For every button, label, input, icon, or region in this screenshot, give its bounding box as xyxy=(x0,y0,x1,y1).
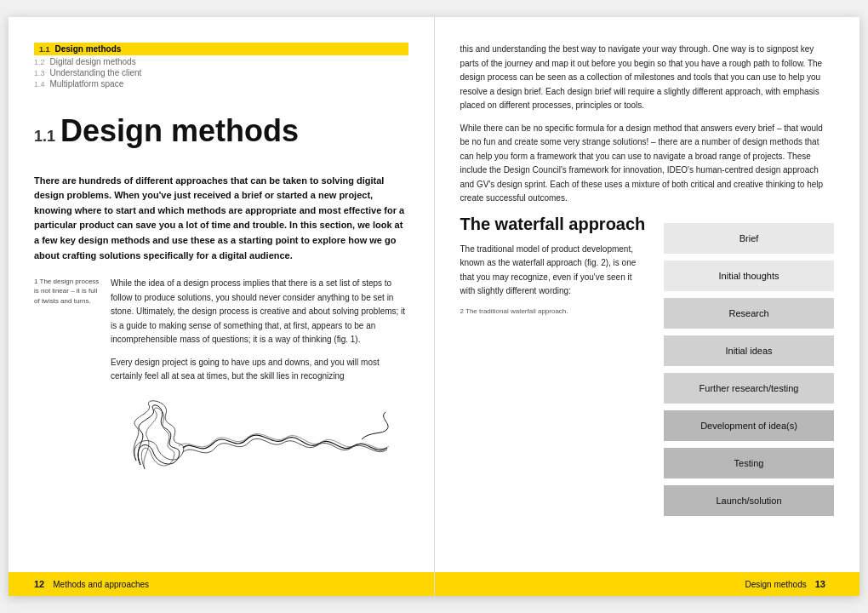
chapter-title: Design methods xyxy=(60,114,299,148)
sketch-illustration xyxy=(115,397,404,490)
toc-label-2: Digital design methods xyxy=(50,57,136,66)
toc-label-4: Multiplatform space xyxy=(50,79,124,89)
toc-num-2: 1.2 xyxy=(34,58,45,66)
toc-item-3[interactable]: 1.3 Understanding the client xyxy=(34,68,408,77)
annotation-text: 1 The design process is not linear – it … xyxy=(34,277,104,306)
sketch-area xyxy=(111,392,408,495)
toc-item-2[interactable]: 1.2 Digital design methods xyxy=(34,57,408,66)
waterfall-step-initial-ideas: Initial ideas xyxy=(664,335,834,366)
footer-section-right: Design methods xyxy=(745,580,806,589)
toc-item-1[interactable]: 1.1 Design methods xyxy=(34,43,408,55)
right-page: this and understanding the best way to n… xyxy=(435,17,860,596)
toc-label-1: Design methods xyxy=(55,44,122,54)
page-footer-left: 12 Methods and approaches xyxy=(9,572,434,596)
section-heading: The waterfall approach xyxy=(460,215,648,234)
waterfall-step-testing: Testing xyxy=(664,448,834,478)
waterfall-step-brief: Brief xyxy=(664,223,834,254)
right-body-top: this and understanding the best way to n… xyxy=(460,43,835,113)
toc-num-1: 1.1 xyxy=(39,45,50,54)
chapter-number: 1.1 xyxy=(34,128,55,146)
waterfall-step-research: Research xyxy=(664,298,834,329)
right-col-text: The waterfall approach The traditional m… xyxy=(460,215,648,573)
figure-caption: 2 The traditional waterfall approach. xyxy=(460,307,648,322)
waterfall-step-development: Development of idea(s) xyxy=(664,410,834,441)
chapter-heading: 1.1 Design methods xyxy=(34,114,408,162)
body-text-2: Every design project is going to have up… xyxy=(111,356,408,384)
section-body: The traditional model of product develop… xyxy=(460,243,648,299)
body-text-1: While the idea of a design process impli… xyxy=(111,277,408,347)
left-page: 1.1 Design methods 1.2 Digital design me… xyxy=(9,17,435,596)
right-two-col: The waterfall approach The traditional m… xyxy=(460,215,835,573)
footer-page-num-left: 12 xyxy=(34,579,44,589)
toc-item-4[interactable]: 1.4 Multiplatform space xyxy=(34,79,408,89)
footer-section-left: Methods and approaches xyxy=(53,580,149,589)
toc-label-3: Understanding the client xyxy=(50,68,142,77)
annotation-column: 1 The design process is not linear – it … xyxy=(34,277,111,572)
toc-num-4: 1.4 xyxy=(34,80,45,89)
waterfall-step-initial-thoughts: Initial thoughts xyxy=(664,261,834,291)
intro-paragraph: There are hundreds of different approach… xyxy=(34,174,408,264)
toc-num-3: 1.3 xyxy=(34,69,45,77)
footer-page-num-right: 13 xyxy=(815,579,825,589)
waterfall-diagram: Brief Initial thoughts Research Initial … xyxy=(664,215,834,573)
main-text-column: While the idea of a design process impli… xyxy=(111,277,408,572)
right-body-2: While there can be no specific formula f… xyxy=(460,122,835,206)
waterfall-step-further-research: Further research/testing xyxy=(664,373,834,404)
page-footer-right: Design methods 13 xyxy=(435,572,860,596)
toc: 1.1 Design methods 1.2 Digital design me… xyxy=(34,43,408,89)
lower-section: 1 The design process is not linear – it … xyxy=(34,277,408,572)
waterfall-step-launch: Launch/solution xyxy=(664,485,834,516)
